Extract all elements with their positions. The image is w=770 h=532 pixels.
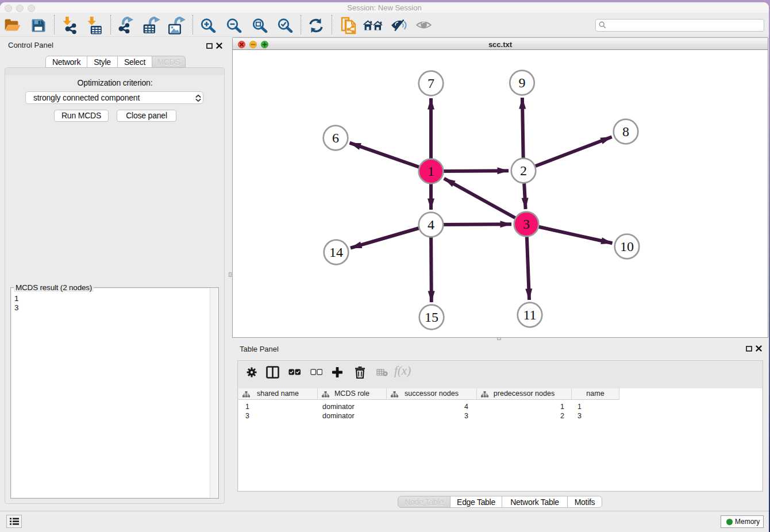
svg-text:10: 10 [620, 239, 634, 254]
svg-text:3: 3 [523, 217, 530, 232]
svg-text:14: 14 [329, 245, 343, 260]
svg-text:1: 1 [428, 164, 434, 179]
svg-text:8: 8 [622, 124, 629, 139]
svg-text:15: 15 [425, 310, 438, 325]
svg-text:11: 11 [523, 307, 536, 322]
svg-text:6: 6 [332, 130, 339, 145]
svg-text:2: 2 [520, 163, 527, 178]
svg-text:4: 4 [428, 217, 434, 232]
svg-text:7: 7 [428, 76, 434, 91]
svg-text:9: 9 [519, 75, 526, 90]
